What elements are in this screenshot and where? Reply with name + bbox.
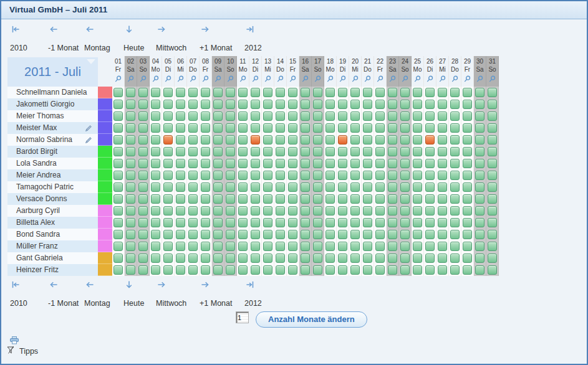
schedule-cell-available[interactable] — [126, 111, 135, 121]
nav-item-prev-day[interactable]: Montag — [84, 25, 110, 53]
schedule-cell-available[interactable] — [213, 171, 223, 180]
zoom-day-icon[interactable] — [224, 75, 236, 83]
schedule-cell-available[interactable] — [375, 218, 385, 227]
schedule-cell-available[interactable] — [475, 147, 484, 156]
collapse-icon[interactable] — [87, 59, 95, 64]
schedule-cell-available[interactable] — [163, 159, 173, 168]
schedule-cell-available[interactable] — [113, 111, 123, 121]
schedule-cell-available[interactable] — [288, 100, 297, 109]
schedule-cell-available[interactable] — [425, 147, 435, 156]
schedule-cell-available[interactable] — [338, 218, 347, 227]
schedule-cell-available[interactable] — [375, 194, 385, 204]
schedule-cell-available[interactable] — [488, 230, 497, 239]
schedule-cell-available[interactable] — [163, 88, 173, 97]
schedule-cell-available[interactable] — [413, 206, 422, 216]
schedule-cell-available[interactable] — [288, 147, 297, 156]
schedule-cell-available[interactable] — [475, 206, 484, 216]
schedule-cell-available[interactable] — [288, 206, 297, 216]
schedule-cell-available[interactable] — [226, 159, 235, 168]
schedule-cell-available[interactable] — [438, 171, 447, 180]
zoom-day-icon[interactable] — [337, 75, 349, 83]
schedule-cell-available[interactable] — [238, 194, 248, 204]
schedule-cell-available[interactable] — [388, 88, 397, 97]
schedule-cell-available[interactable] — [413, 242, 422, 251]
zoom-day-icon[interactable] — [299, 75, 311, 83]
schedule-cell-available[interactable] — [350, 265, 360, 275]
schedule-cell-available[interactable] — [413, 194, 422, 204]
schedule-cell-available[interactable] — [226, 171, 235, 180]
schedule-cell-available[interactable] — [488, 265, 497, 275]
schedule-cell-available[interactable] — [251, 218, 260, 227]
schedule-cell-available[interactable] — [363, 159, 372, 168]
schedule-cell-available[interactable] — [263, 159, 272, 168]
schedule-cell-available[interactable] — [425, 171, 435, 180]
schedule-cell-available[interactable] — [313, 123, 322, 133]
schedule-cell-available[interactable] — [350, 100, 360, 109]
schedule-cell-available[interactable] — [475, 135, 484, 145]
zoom-day-icon[interactable] — [374, 75, 386, 83]
schedule-cell-available[interactable] — [163, 242, 173, 251]
schedule-cell-available[interactable] — [413, 159, 422, 168]
schedule-cell-available[interactable] — [363, 171, 372, 180]
schedule-cell-available[interactable] — [213, 88, 223, 97]
schedule-cell-available[interactable] — [375, 159, 385, 168]
schedule-cell-available[interactable] — [375, 230, 385, 239]
schedule-cell-available[interactable] — [463, 159, 472, 168]
zoom-day-icon[interactable] — [312, 75, 324, 83]
zoom-day-icon[interactable] — [424, 75, 436, 83]
schedule-cell-available[interactable] — [151, 183, 160, 192]
schedule-cell-available[interactable] — [238, 88, 248, 97]
schedule-cell-available[interactable] — [363, 206, 372, 216]
zoom-day-icon[interactable] — [137, 75, 149, 83]
schedule-cell-available[interactable] — [463, 123, 472, 133]
schedule-cell-available[interactable] — [463, 206, 472, 216]
nav-item-today[interactable]: Heute — [123, 280, 144, 308]
schedule-cell-available[interactable] — [400, 194, 410, 204]
schedule-cell-available[interactable] — [413, 218, 422, 227]
schedule-cell-available[interactable] — [400, 265, 410, 275]
zoom-day-icon[interactable] — [412, 75, 423, 83]
schedule-cell-available[interactable] — [388, 111, 397, 121]
schedule-cell-available[interactable] — [113, 230, 123, 239]
schedule-cell-available[interactable] — [425, 100, 435, 109]
schedule-cell-available[interactable] — [350, 159, 360, 168]
schedule-cell-available[interactable] — [163, 171, 173, 180]
schedule-cell-available[interactable] — [263, 111, 272, 121]
schedule-cell-available[interactable] — [188, 135, 198, 145]
schedule-cell-available[interactable] — [201, 111, 210, 121]
schedule-cell-available[interactable] — [438, 159, 447, 168]
schedule-cell-available[interactable] — [301, 254, 310, 263]
schedule-cell-available[interactable] — [463, 218, 472, 227]
schedule-cell-available[interactable] — [438, 183, 447, 192]
schedule-cell-available[interactable] — [151, 230, 160, 239]
schedule-cell-available[interactable] — [438, 194, 447, 204]
schedule-cell-available[interactable] — [138, 206, 148, 216]
schedule-cell-available[interactable] — [350, 242, 360, 251]
zoom-day-icon[interactable] — [274, 75, 286, 83]
schedule-cell-available[interactable] — [226, 147, 235, 156]
schedule-cell-available[interactable] — [450, 123, 460, 133]
schedule-cell-available[interactable] — [226, 230, 235, 239]
schedule-cell-available[interactable] — [301, 135, 310, 145]
schedule-cell-available[interactable] — [263, 265, 272, 275]
schedule-cell-available[interactable] — [188, 254, 198, 263]
schedule-cell-available[interactable] — [313, 88, 322, 97]
schedule-cell-available[interactable] — [301, 123, 310, 133]
schedule-cell-available[interactable] — [450, 265, 460, 275]
nav-item-first-year[interactable]: 2010 — [10, 280, 27, 308]
schedule-cell-available[interactable] — [126, 206, 135, 216]
schedule-cell-available[interactable] — [163, 194, 173, 204]
schedule-cell-absent[interactable] — [163, 135, 173, 145]
schedule-cell-available[interactable] — [126, 159, 135, 168]
schedule-cell-available[interactable] — [425, 265, 435, 275]
schedule-cell-available[interactable] — [226, 100, 235, 109]
schedule-cell-available[interactable] — [188, 100, 198, 109]
schedule-cell-available[interactable] — [226, 194, 235, 204]
schedule-cell-available[interactable] — [276, 88, 285, 97]
month-count-input[interactable] — [236, 311, 249, 323]
schedule-cell-available[interactable] — [251, 230, 260, 239]
schedule-cell-available[interactable] — [226, 242, 235, 251]
schedule-cell-available[interactable] — [475, 123, 484, 133]
schedule-cell-available[interactable] — [438, 242, 447, 251]
zoom-day-icon[interactable] — [150, 75, 161, 83]
